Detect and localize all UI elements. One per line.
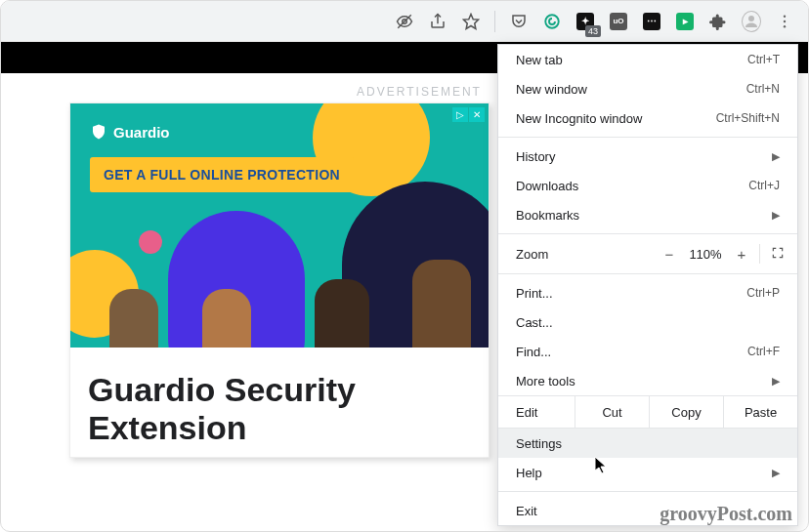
star-icon[interactable] xyxy=(461,12,481,31)
menu-more-tools[interactable]: More tools ▶ xyxy=(498,366,797,395)
menu-edit-label: Edit xyxy=(498,396,575,428)
extension-dots-icon[interactable]: ⋯ xyxy=(642,12,661,31)
grammarly-icon[interactable] xyxy=(542,12,562,31)
pocket-icon[interactable] xyxy=(509,12,529,31)
extension-badge: 43 xyxy=(585,25,601,37)
ad-cta[interactable]: GET A FULL ONLINE PROTECTION xyxy=(90,157,354,192)
menu-new-tab[interactable]: New tab Ctrl+T xyxy=(498,45,797,74)
menu-cut[interactable]: Cut xyxy=(575,396,649,428)
zoom-in-button[interactable]: + xyxy=(728,246,755,263)
menu-incognito[interactable]: New Incognito window Ctrl+Shift+N xyxy=(498,103,797,133)
share-icon[interactable] xyxy=(428,12,447,31)
zoom-percent: 110% xyxy=(683,247,728,262)
menu-settings[interactable]: Settings xyxy=(498,429,797,458)
menu-copy[interactable]: Copy xyxy=(649,396,723,428)
ublock-icon[interactable]: uO xyxy=(609,12,628,31)
ad-headline: Guardio Security Extension xyxy=(70,348,489,457)
svg-marker-2 xyxy=(464,14,479,28)
svg-point-3 xyxy=(545,15,559,28)
chevron-right-icon: ▶ xyxy=(772,467,780,479)
chevron-right-icon: ▶ xyxy=(772,375,780,388)
menu-downloads[interactable]: Downloads Ctrl+J xyxy=(498,171,797,200)
svg-point-4 xyxy=(748,16,754,21)
menu-help[interactable]: Help ▶ xyxy=(498,458,797,487)
menu-new-window[interactable]: New window Ctrl+N xyxy=(498,74,797,103)
chrome-menu: New tab Ctrl+T New window Ctrl+N New Inc… xyxy=(497,44,798,526)
zoom-out-button[interactable]: − xyxy=(656,246,683,263)
svg-point-6 xyxy=(784,20,786,21)
ad-choices-icon[interactable]: ▷ xyxy=(452,107,468,122)
menu-cast[interactable]: Cast... xyxy=(498,307,797,337)
kebab-menu-icon[interactable] xyxy=(775,12,794,31)
menu-find[interactable]: Find... Ctrl+F xyxy=(498,337,797,366)
chevron-right-icon: ▶ xyxy=(772,150,780,163)
extension-green-icon[interactable]: ▸ xyxy=(675,12,695,31)
extensions-puzzle-icon[interactable] xyxy=(708,12,728,31)
ad-close-icon[interactable]: ✕ xyxy=(469,107,485,122)
watermark: groovyPost.com xyxy=(660,503,792,525)
profile-avatar[interactable] xyxy=(742,12,761,31)
menu-paste[interactable]: Paste xyxy=(723,396,797,428)
menu-history[interactable]: History ▶ xyxy=(498,142,797,171)
browser-toolbar: ✦ 43 uO ⋯ ▸ xyxy=(1,1,808,42)
menu-edit-row: Edit Cut Copy Paste xyxy=(498,395,797,429)
menu-print[interactable]: Print... Ctrl+P xyxy=(498,278,797,307)
svg-point-7 xyxy=(784,25,786,27)
ad-hero: Guardio GET A FULL ONLINE PROTECTION ▷ ✕ xyxy=(70,103,489,348)
svg-point-5 xyxy=(784,15,786,17)
menu-zoom: Zoom − 110% + xyxy=(498,238,797,269)
menu-bookmarks[interactable]: Bookmarks ▶ xyxy=(498,200,797,229)
eye-off-icon[interactable] xyxy=(395,12,414,31)
fullscreen-icon[interactable] xyxy=(764,246,791,263)
extension-dark-icon[interactable]: ✦ 43 xyxy=(575,12,595,31)
ad-brand-logo: Guardio xyxy=(90,123,170,141)
chevron-right-icon: ▶ xyxy=(772,209,780,222)
ad-card[interactable]: Guardio GET A FULL ONLINE PROTECTION ▷ ✕… xyxy=(69,102,490,458)
